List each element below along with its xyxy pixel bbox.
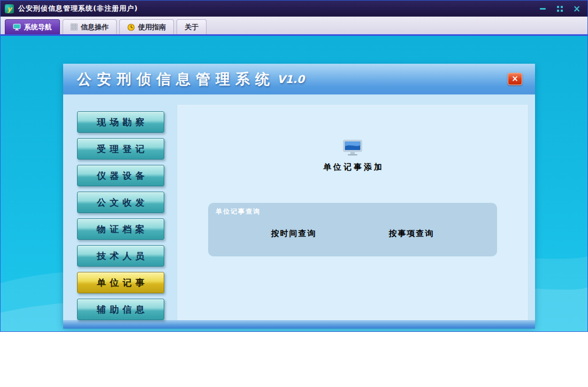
app-window: y 公安刑侦信息管理系统(非注册用户) × 系统导航 xyxy=(0,0,588,332)
minimize-icon xyxy=(540,8,546,10)
content-area: 单位记事添加 单位记事查询 按时间查询 按事项查询 xyxy=(178,105,528,320)
monitor-icon xyxy=(342,140,363,159)
sidebar-item-unit-log[interactable]: 单位记事 xyxy=(77,272,164,293)
unit-log-query-groupbox: 单位记事查询 按时间查询 按事项查询 xyxy=(208,203,497,256)
groupbox-title: 单位记事查询 xyxy=(216,207,261,216)
tab-label: 关于 xyxy=(185,22,198,32)
minimize-button[interactable] xyxy=(538,4,547,13)
tab-label: 使用指南 xyxy=(138,22,166,32)
tab-information-operations[interactable]: 信息操作 xyxy=(63,19,117,34)
close-button[interactable]: × xyxy=(572,4,581,13)
sidebar-item-instruments-equipment[interactable]: 仪器设备 xyxy=(77,165,164,186)
ribbon-tabbar: 系统导航 信息操作 xyxy=(1,17,587,36)
monitor-icon xyxy=(13,24,21,31)
sidebar-item-evidence-archive[interactable]: 物证档案 xyxy=(77,218,164,240)
tab-user-guide[interactable]: 使用指南 xyxy=(119,19,174,34)
sidebar-item-case-registration[interactable]: 受理登记 xyxy=(77,138,164,160)
unit-log-add-shortcut[interactable]: 单位记事添加 xyxy=(321,140,384,172)
tab-about[interactable]: 关于 xyxy=(177,19,207,34)
tab-system-navigation[interactable]: 系统导航 xyxy=(5,19,60,34)
sidebar-item-scene-investigation[interactable]: 现场勘察 xyxy=(77,111,164,133)
panes-icon xyxy=(557,6,559,8)
tab-label: 系统导航 xyxy=(24,22,52,32)
inner-panel-title: 公安刑侦信息管理系统 xyxy=(77,70,275,89)
inner-panel-footer xyxy=(63,320,535,329)
inner-panel-version: V1.0 xyxy=(277,73,304,86)
tab-label: 信息操作 xyxy=(81,22,109,32)
inner-panel-header: 公安刑侦信息管理系统 V1.0 × xyxy=(63,64,535,95)
sidebar-item-technical-personnel[interactable]: 技术人员 xyxy=(77,245,164,267)
query-by-item-link[interactable]: 按事项查询 xyxy=(389,229,434,239)
window-title: 公安刑侦信息管理系统(非注册用户) xyxy=(18,4,138,13)
clock-icon xyxy=(127,24,135,31)
window-controls: × xyxy=(538,4,581,13)
sidebar-item-auxiliary-info[interactable]: 辅助信息 xyxy=(77,299,164,320)
titlebar: y 公安刑侦信息管理系统(非注册用户) × xyxy=(1,1,587,17)
inner-panel-body: 现场勘察 受理登记 仪器设备 公文收发 物证档案 技术人员 单位记事 辅助信息 xyxy=(63,95,535,320)
grid-icon xyxy=(71,24,78,31)
workspace: 公安刑侦信息管理系统 V1.0 × 现场勘察 受理登记 仪器设备 公文收发 物证… xyxy=(1,36,587,331)
shortcut-label: 单位记事添加 xyxy=(321,162,384,172)
query-by-time-link[interactable]: 按时间查询 xyxy=(271,229,317,239)
app-icon: y xyxy=(5,4,14,13)
sidebar: 现场勘察 受理登记 仪器设备 公文收发 物证档案 技术人员 单位记事 辅助信息 xyxy=(63,95,178,320)
inner-panel: 公安刑侦信息管理系统 V1.0 × 现场勘察 受理登记 仪器设备 公文收发 物证… xyxy=(63,64,535,327)
sidebar-item-official-documents[interactable]: 公文收发 xyxy=(77,192,164,213)
restore-button[interactable] xyxy=(555,4,564,13)
panel-close-button[interactable]: × xyxy=(508,73,522,85)
